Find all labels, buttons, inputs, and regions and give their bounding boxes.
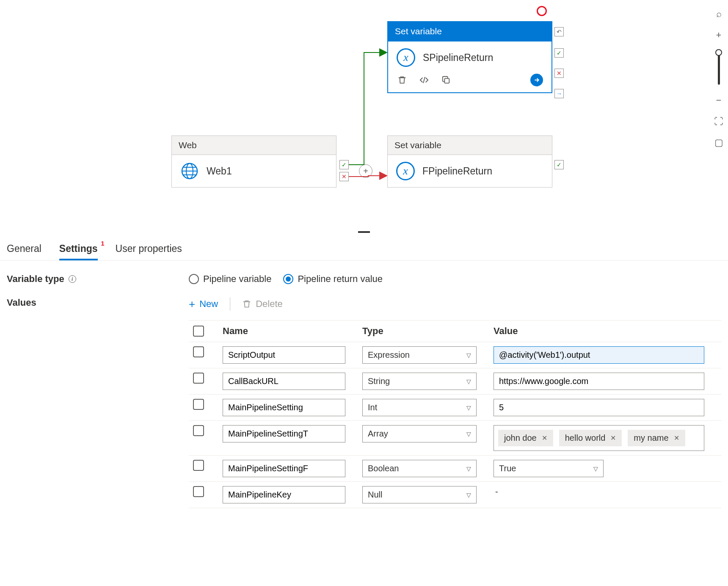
name-input[interactable] [223, 399, 345, 416]
variable-x-icon: x [396, 162, 415, 180]
new-button[interactable]: + New [189, 298, 218, 311]
type-select-value: Array [368, 429, 388, 439]
svg-rect-5 [444, 78, 449, 83]
row-checkbox[interactable] [193, 486, 204, 497]
success-port-icon[interactable]: ✓ [554, 48, 564, 58]
add-activity-node[interactable]: + [359, 164, 372, 178]
code-icon[interactable] [419, 75, 430, 86]
type-select[interactable]: Array▽ [362, 425, 477, 442]
label-variable-type-text: Variable type [7, 274, 64, 285]
col-header-name: Name [223, 326, 358, 337]
radio-label: Pipeline variable [203, 274, 271, 285]
delete-icon[interactable] [397, 75, 408, 86]
name-input[interactable] [223, 373, 345, 390]
tag-text: john doe [504, 433, 537, 443]
radio-pipeline-variable[interactable]: Pipeline variable [189, 274, 271, 285]
boolean-value-select[interactable]: True▽ [494, 460, 604, 477]
pipeline-canvas[interactable]: Web Web1 ✓ ✕ + Set variable x SPipelineR… [0, 0, 728, 233]
tab-settings-badge: 1 [101, 240, 104, 247]
row-checkbox[interactable] [193, 399, 204, 410]
label-values: Values [7, 297, 189, 308]
activity-type-label: Set variable [388, 22, 552, 41]
radio-pipeline-return-value[interactable]: Pipeline return value [283, 274, 383, 285]
array-tag-input[interactable]: john doe✕ hello world✕ my name✕ [494, 425, 704, 451]
row-checkbox[interactable] [193, 460, 204, 471]
zoom-slider-thumb[interactable] [715, 49, 722, 56]
row-checkbox[interactable] [193, 373, 204, 384]
tag-text: my name [634, 433, 668, 443]
fail-port-icon[interactable]: ✕ [339, 172, 349, 181]
name-input[interactable] [223, 460, 345, 477]
zoom-slider[interactable] [718, 51, 720, 85]
success-port-icon[interactable]: ✓ [554, 160, 564, 169]
name-input[interactable] [223, 425, 345, 442]
type-select[interactable]: Expression▽ [362, 346, 477, 364]
name-input[interactable] [223, 346, 345, 364]
fail-port-icon[interactable]: ✕ [554, 69, 564, 78]
skip-port-icon[interactable]: → [554, 89, 564, 98]
info-icon[interactable]: i [69, 275, 76, 283]
chevron-down-icon: ▽ [466, 378, 471, 385]
activity-card-set-variable-other[interactable]: Set variable x FPipelineReturn [387, 135, 552, 188]
tab-settings[interactable]: Settings 1 [59, 243, 98, 260]
type-select-value: Boolean [368, 464, 399, 473]
tab-bar: General Settings 1 User properties [0, 233, 728, 261]
activity-type-label: Web [172, 136, 336, 155]
table-row: Array▽ john doe✕ hello world✕ my name✕ [189, 421, 721, 456]
type-select[interactable]: Null▽ [362, 486, 477, 503]
zoom-out-icon[interactable]: − [716, 95, 722, 106]
activity-name: SPipelineReturn [423, 52, 493, 64]
chevron-down-icon: ▽ [593, 465, 598, 472]
row-checkbox[interactable] [193, 425, 204, 436]
copy-icon[interactable] [441, 75, 452, 86]
table-header-row: Name Type Value [189, 321, 721, 342]
type-select-value: Null [368, 490, 382, 500]
name-input[interactable] [223, 486, 345, 503]
chevron-down-icon: ▽ [466, 352, 471, 359]
tab-general[interactable]: General [7, 243, 41, 260]
tag-text: hello world [565, 433, 606, 443]
tab-settings-label: Settings [59, 243, 98, 254]
radio-group-variable-type: Pipeline variable Pipeline return value [189, 274, 721, 285]
undo-port-icon[interactable]: ↶ [554, 27, 564, 36]
plus-icon: + [189, 298, 195, 311]
values-toolbar: + New Delete [189, 297, 721, 311]
box-icon[interactable]: ▢ [714, 137, 723, 148]
chevron-down-icon: ▽ [466, 404, 471, 411]
new-button-label: New [199, 299, 218, 310]
activity-name: FPipelineReturn [422, 166, 492, 177]
type-select[interactable]: String▽ [362, 373, 477, 390]
remove-tag-icon[interactable]: ✕ [674, 434, 679, 442]
type-select[interactable]: Boolean▽ [362, 460, 477, 477]
type-select-value: Int [368, 403, 377, 412]
value-input[interactable] [494, 399, 704, 416]
delete-button[interactable]: Delete [242, 299, 283, 310]
remove-tag-icon[interactable]: ✕ [610, 434, 616, 442]
activity-card-set-variable-selected[interactable]: Set variable x SPipelineReturn [387, 21, 552, 93]
value-input[interactable] [494, 346, 704, 364]
value-input[interactable] [494, 373, 704, 390]
chevron-down-icon: ▽ [466, 492, 471, 498]
table-row: Null▽ - [189, 482, 721, 508]
tab-user-properties[interactable]: User properties [116, 243, 182, 260]
remove-tag-icon[interactable]: ✕ [542, 434, 547, 442]
type-select-value: Expression [368, 350, 410, 360]
zoom-in-icon[interactable]: + [716, 30, 722, 41]
fit-screen-icon[interactable]: ⛶ [714, 116, 723, 127]
row-checkbox[interactable] [193, 346, 204, 357]
table-row: Expression▽ [189, 342, 721, 368]
radio-label: Pipeline return value [298, 274, 383, 285]
label-variable-type: Variable type i [7, 274, 189, 285]
type-select[interactable]: Int▽ [362, 399, 477, 416]
activity-card-web[interactable]: Web Web1 [171, 135, 336, 188]
values-table: Name Type Value Expression▽ String▽ [189, 320, 721, 508]
canvas-toolbar: ⌕ + − ⛶ ▢ [709, 8, 728, 148]
checkbox-select-all[interactable] [193, 326, 204, 337]
toolbar-divider [230, 297, 230, 311]
search-icon[interactable]: ⌕ [716, 8, 722, 19]
success-port-icon[interactable]: ✓ [339, 160, 349, 169]
array-tag: john doe✕ [498, 430, 553, 446]
trash-icon [242, 299, 251, 309]
splitter-handle[interactable] [358, 231, 370, 233]
arrow-right-icon[interactable] [530, 74, 543, 86]
